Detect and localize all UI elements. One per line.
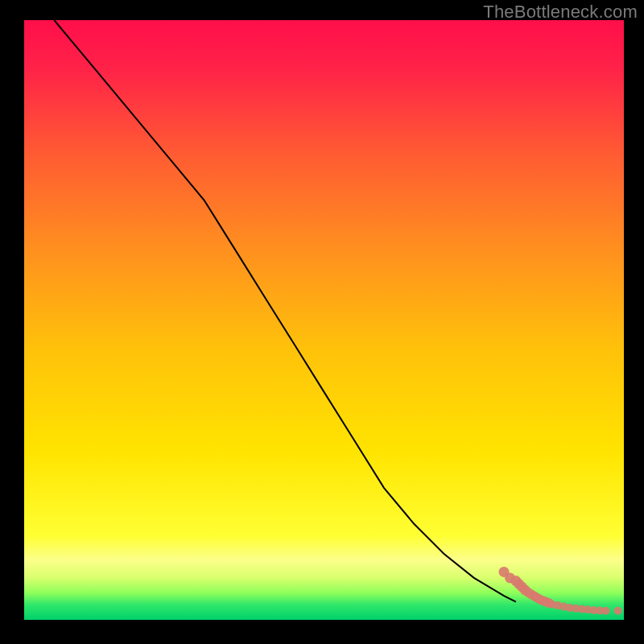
chart-background bbox=[24, 20, 624, 620]
chart-svg bbox=[24, 20, 624, 620]
scatter-point bbox=[602, 607, 610, 615]
scatter-point bbox=[614, 607, 622, 615]
chart-plot-area bbox=[24, 20, 624, 620]
watermark-text: TheBottleneck.com bbox=[483, 2, 638, 23]
